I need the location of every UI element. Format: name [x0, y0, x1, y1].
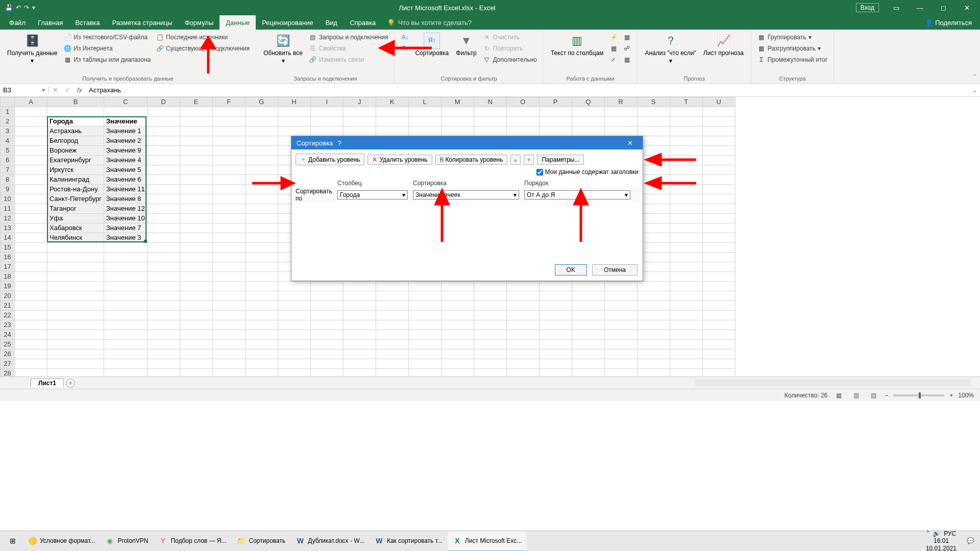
cell[interactable] [572, 330, 604, 340]
cell[interactable] [670, 204, 702, 214]
cell[interactable] [180, 330, 212, 340]
cell[interactable] [408, 127, 441, 136]
cell[interactable] [670, 340, 702, 349]
cell[interactable] [637, 117, 670, 127]
taskbar-word2[interactable]: WКак сортировать т... [370, 531, 448, 552]
cell[interactable] [104, 272, 147, 282]
page-break-view-icon[interactable]: ▤ [867, 391, 879, 400]
cell[interactable] [15, 204, 47, 214]
cell[interactable] [245, 262, 278, 272]
cell[interactable] [441, 359, 474, 369]
cell[interactable] [702, 272, 735, 282]
cell[interactable] [604, 320, 637, 330]
recent-sources-button[interactable]: 📋Последние источники [154, 32, 252, 43]
add-sheet-button[interactable]: ＋ [66, 379, 75, 388]
cell[interactable] [180, 223, 212, 233]
cell[interactable] [670, 262, 702, 272]
cell[interactable] [212, 214, 245, 223]
cell[interactable] [702, 146, 735, 156]
cell[interactable] [441, 320, 474, 330]
cell[interactable]: Значение 10 [104, 214, 147, 223]
cell[interactable] [670, 175, 702, 185]
cell[interactable]: Уфа [47, 214, 104, 223]
cell[interactable]: Значение 1 [104, 127, 147, 136]
system-tray[interactable]: ˄ 🔊 РУС 16:0110.01.2021 [921, 530, 962, 551]
cell[interactable] [212, 223, 245, 233]
cell[interactable] [343, 127, 376, 136]
sort-column-select[interactable]: Города▾ [337, 190, 408, 199]
cell[interactable] [180, 253, 212, 262]
cell[interactable] [604, 359, 637, 369]
cell[interactable] [376, 359, 408, 369]
cell[interactable] [245, 175, 278, 185]
dialog-help-button[interactable]: ? [333, 139, 346, 147]
cell[interactable] [670, 349, 702, 359]
cell[interactable] [539, 117, 572, 127]
cell[interactable] [637, 282, 670, 291]
cell[interactable] [47, 340, 104, 349]
cell[interactable] [180, 272, 212, 282]
cell[interactable] [702, 156, 735, 165]
cell[interactable] [702, 175, 735, 185]
sort-options-button[interactable]: Параметры... [537, 155, 584, 165]
cell[interactable]: Значение 2 [104, 136, 147, 146]
cell[interactable] [376, 117, 408, 127]
cell[interactable] [637, 291, 670, 301]
cell[interactable] [245, 253, 278, 262]
cell[interactable] [572, 117, 604, 127]
cell[interactable]: Значение 6 [104, 175, 147, 185]
cell[interactable] [147, 214, 180, 223]
cell[interactable] [343, 349, 376, 359]
save-icon[interactable]: 💾 [5, 4, 13, 11]
cell[interactable] [441, 349, 474, 359]
cell[interactable] [376, 127, 408, 136]
cell[interactable] [15, 117, 47, 127]
undo-icon[interactable]: ↶ [16, 4, 21, 11]
cell[interactable] [147, 349, 180, 359]
cell[interactable] [245, 320, 278, 330]
cell[interactable] [670, 320, 702, 330]
cell[interactable] [104, 262, 147, 272]
cell[interactable] [15, 214, 47, 223]
cell[interactable] [637, 349, 670, 359]
cell[interactable] [702, 194, 735, 204]
page-layout-view-icon[interactable]: ▥ [850, 391, 862, 400]
cell[interactable] [441, 301, 474, 311]
cell[interactable] [702, 204, 735, 214]
cell[interactable] [572, 107, 604, 117]
cell[interactable] [670, 282, 702, 291]
cell[interactable] [245, 117, 278, 127]
cell[interactable] [47, 282, 104, 291]
cell[interactable] [310, 301, 343, 311]
chevron-down-icon[interactable]: ▾ [42, 86, 45, 94]
cell[interactable] [104, 282, 147, 291]
cell[interactable] [572, 320, 604, 330]
cell[interactable] [441, 291, 474, 301]
cell[interactable] [702, 185, 735, 194]
cell[interactable] [180, 349, 212, 359]
cell[interactable] [310, 349, 343, 359]
add-level-button[interactable]: ＋Добавить уровень [296, 154, 364, 165]
cell[interactable] [147, 127, 180, 136]
collapse-ribbon-icon[interactable]: ˆ [974, 74, 976, 81]
cell[interactable] [212, 127, 245, 136]
cell[interactable] [15, 291, 47, 301]
cell[interactable] [310, 107, 343, 117]
tray-chevron-icon[interactable]: ˄ [926, 530, 929, 537]
cell[interactable] [180, 243, 212, 253]
cell[interactable] [245, 359, 278, 369]
cell[interactable] [376, 311, 408, 320]
cell[interactable] [670, 185, 702, 194]
cell[interactable] [47, 291, 104, 301]
cell[interactable] [278, 330, 310, 340]
cell[interactable] [147, 223, 180, 233]
cell[interactable] [376, 330, 408, 340]
cell[interactable] [474, 107, 506, 117]
cell[interactable] [441, 127, 474, 136]
cell[interactable] [343, 340, 376, 349]
cell[interactable] [147, 107, 180, 117]
cell[interactable] [147, 243, 180, 253]
zoom-slider[interactable] [893, 394, 944, 396]
cell[interactable] [147, 311, 180, 320]
cell[interactable] [104, 330, 147, 340]
